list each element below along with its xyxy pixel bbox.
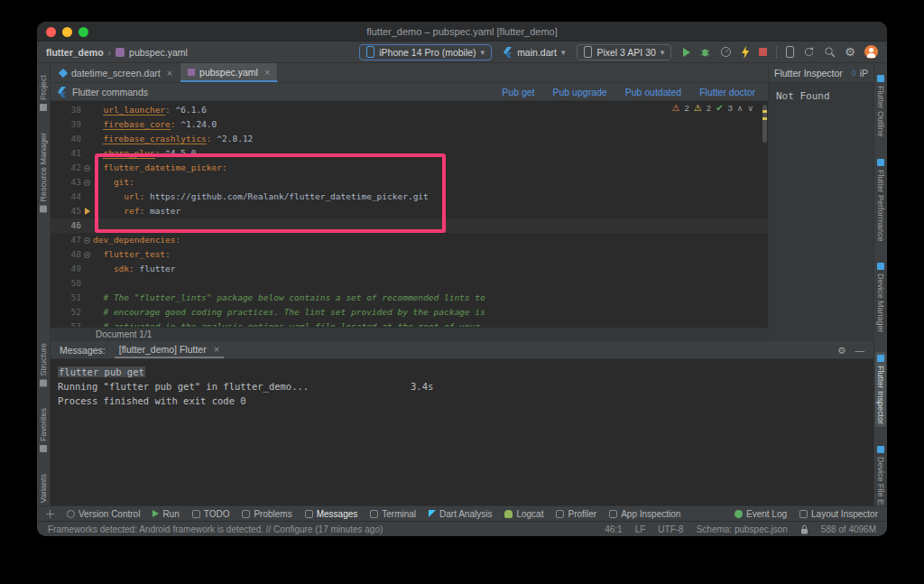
warning-stripe-mark[interactable]: [762, 117, 767, 120]
tool-window-button-run[interactable]: Run: [152, 509, 179, 519]
tool-window-button-messages[interactable]: Messages: [305, 509, 358, 519]
code-line-44[interactable]: 44 url: https://github.com/Realank/flutt…: [51, 190, 768, 204]
stop-icon[interactable]: [759, 48, 767, 56]
editor-scrollbar[interactable]: [762, 101, 768, 341]
schema-indicator[interactable]: Schema: pubspec.json: [697, 524, 788, 534]
tool-button-device-file-explorer[interactable]: Device File Explorer: [875, 443, 886, 505]
code-line-45[interactable]: 45 ref: master: [51, 204, 768, 218]
flutter-inspector-header[interactable]: Flutter Inspector iP: [769, 63, 873, 83]
apply-changes-lightning-icon[interactable]: [741, 46, 750, 59]
breadcrumb-file[interactable]: pubspec.yaml: [129, 47, 188, 58]
code-line-49[interactable]: 49 sdk: flutter: [51, 262, 768, 276]
todo-icon: [192, 510, 200, 518]
tool-window-button-layout-inspector[interactable]: Layout Inspector: [799, 509, 878, 519]
panel-settings-gear-icon[interactable]: ⚙: [837, 345, 845, 356]
tab-label: datetime_screen.dart: [71, 68, 161, 79]
warning-stripe-mark[interactable]: [762, 110, 767, 113]
warning-count: 2: [707, 103, 711, 113]
tool-window-button-profiler[interactable]: Profiler: [556, 509, 596, 519]
line-ending-indicator[interactable]: LF: [635, 524, 646, 534]
breadcrumb-project[interactable]: flutter_demo: [46, 47, 104, 58]
code-line-39[interactable]: 39 firebase_core: ^1.24.0: [51, 117, 768, 132]
tool-button-structure[interactable]: Structure: [38, 340, 49, 390]
run-button-icon[interactable]: [683, 48, 690, 57]
code-line-40[interactable]: 40 firebase_crashlytics: ^2.8.12: [51, 132, 768, 146]
tool-button-build-variants[interactable]: Build Variants: [38, 471, 49, 505]
tool-window-button-problems[interactable]: Problems: [242, 509, 291, 519]
pub-get-link[interactable]: Pub get: [502, 87, 534, 97]
tool-window-button-todo[interactable]: TODO: [192, 509, 230, 519]
close-icon[interactable]: ×: [167, 68, 172, 79]
tool-window-switcher-icon[interactable]: [46, 510, 54, 518]
messages-icon: [305, 510, 313, 518]
user-avatar[interactable]: [864, 45, 878, 59]
fold-icon[interactable]: [84, 252, 90, 258]
fold-icon[interactable]: [84, 165, 90, 171]
target-device-selector[interactable]: Pixel 3 API 30 ▾: [577, 44, 671, 60]
code-line-46[interactable]: 46: [51, 218, 768, 233]
caret-position[interactable]: 46:1: [605, 524, 622, 534]
line-number: 47: [51, 233, 81, 247]
encoding-indicator[interactable]: UTF-8: [658, 524, 683, 534]
code-line-52[interactable]: 52 # encourage good coding practices. Th…: [51, 305, 768, 320]
tool-button-resource-manager[interactable]: Resource Manager: [38, 130, 49, 216]
prev-issue-arrow[interactable]: ∧: [737, 104, 744, 113]
lock-icon[interactable]: [800, 524, 808, 534]
tool-button-project[interactable]: Project: [38, 72, 49, 114]
code-line-42[interactable]: 42 flutter_datetime_picker:: [51, 161, 768, 175]
fold-icon[interactable]: [84, 237, 90, 244]
tool-button-favorites[interactable]: Favorites: [38, 405, 49, 455]
zoom-window-button[interactable]: [79, 27, 88, 37]
tool-window-button-logcat[interactable]: Logcat: [504, 509, 543, 519]
messages-tab-flutter-demo[interactable]: [flutter_demo] Flutter ×: [115, 341, 224, 358]
right-tool-strip: Flutter OutlineFlutter PerformanceDevice…: [873, 63, 887, 505]
inspection-widget[interactable]: ⚠2 ⚠2 ✔3 ∧ ∨: [672, 103, 753, 113]
tool-button-flutter-outline[interactable]: Flutter Outline: [875, 72, 886, 140]
tool-button-flutter-inspector[interactable]: Flutter Inspector: [875, 352, 886, 427]
device-manager-icon[interactable]: [786, 46, 794, 58]
line-number: 43: [51, 175, 81, 190]
device-selector[interactable]: iPhone 14 Pro (mobile) ▾: [359, 44, 492, 60]
close-icon[interactable]: ×: [214, 344, 219, 355]
close-icon[interactable]: ×: [264, 67, 270, 78]
run-config-selector[interactable]: main.dart ▾: [496, 44, 572, 60]
tool-window-button-app-inspection[interactable]: App Inspection: [609, 509, 680, 519]
pub-outdated-link[interactable]: Pub outdated: [625, 87, 681, 97]
code-line-38[interactable]: 38 url_launcher: ^6.1.6: [51, 103, 768, 117]
code-line-41[interactable]: 41 share_plus: ^4.5.0: [51, 146, 768, 161]
tool-window-button-terminal[interactable]: Terminal: [370, 509, 416, 519]
title-bar[interactable]: flutter_demo – pubspec.yaml [flutter_dem…: [37, 22, 887, 42]
project-icon: [40, 104, 47, 111]
code-line-50[interactable]: 50: [51, 276, 768, 291]
minimize-panel-icon[interactable]: —: [855, 345, 865, 356]
minimize-window-button[interactable]: [62, 27, 72, 37]
yaml-marker-icon[interactable]: [85, 208, 90, 215]
search-icon[interactable]: [824, 46, 836, 58]
code-line-47[interactable]: 47dev_dependencies:: [51, 233, 768, 247]
memory-indicator[interactable]: 588 of 4096M: [821, 524, 876, 534]
code-line-51[interactable]: 51 # The "flutter_lints" package below c…: [51, 291, 768, 305]
tab-pubspec-yaml[interactable]: pubspec.yaml×: [180, 63, 278, 82]
framework-detected-message[interactable]: Frameworks detected: Android framework i…: [48, 524, 383, 534]
messages-console[interactable]: flutter pub get Running "flutter pub get…: [51, 359, 873, 408]
next-issue-arrow[interactable]: ∨: [747, 104, 753, 113]
flutter-doctor-link[interactable]: Flutter doctor: [699, 87, 755, 97]
profiler-icon[interactable]: [720, 46, 732, 58]
tool-window-button-dart-analysis[interactable]: Dart Analysis: [429, 509, 492, 519]
debug-icon[interactable]: [699, 46, 711, 58]
close-window-button[interactable]: [46, 27, 56, 37]
code-text: firebase_core: ^1.24.0: [93, 117, 768, 132]
tool-button-flutter-performance[interactable]: Flutter Performance: [875, 156, 886, 245]
sync-icon[interactable]: [803, 46, 815, 58]
tab-datetime-screen-dart[interactable]: datetime_screen.dart×: [52, 63, 180, 82]
editor-pane[interactable]: 38 url_launcher: ^6.1.639 firebase_core:…: [51, 101, 768, 341]
pub-upgrade-link[interactable]: Pub upgrade: [553, 87, 607, 97]
tool-button-device-manager[interactable]: Device Manager: [875, 260, 886, 336]
layout-inspector-icon: [799, 510, 808, 518]
code-line-48[interactable]: 48 flutter_test:: [51, 247, 768, 262]
tool-window-button-event-log[interactable]: Event Log: [735, 509, 787, 519]
code-line-43[interactable]: 43 git:: [51, 175, 768, 190]
settings-gear-icon[interactable]: ⚙: [845, 46, 855, 58]
fold-icon[interactable]: [84, 180, 90, 186]
tool-window-button-version-control[interactable]: Version Control: [67, 509, 140, 519]
